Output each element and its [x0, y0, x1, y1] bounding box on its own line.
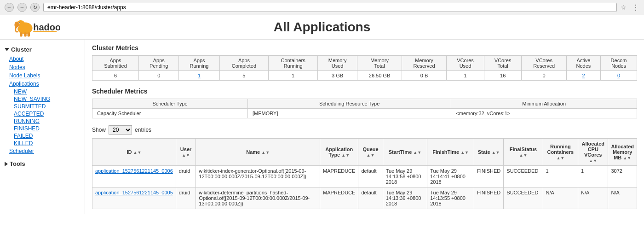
logo-area: hadoop: [9, 16, 60, 39]
val-apps-running[interactable]: 1: [179, 71, 219, 81]
app-queue-1: default: [358, 187, 383, 209]
cluster-label: Cluster: [11, 46, 32, 53]
sidebar-item-killed[interactable]: KILLED: [0, 140, 85, 147]
col-scheduler-type: Scheduler Type: [92, 99, 248, 109]
col-scheduling-resource-type: Scheduling Resource Type: [248, 99, 451, 109]
tools-section: Tools: [0, 158, 85, 170]
app-header: hadoop All Applications: [0, 15, 644, 40]
sidebar-item-accepted[interactable]: ACCEPTED: [0, 110, 85, 117]
sidebar-item-scheduler[interactable]: Scheduler: [0, 147, 85, 155]
table-row: application_1527561221145_0005 druid wik…: [92, 187, 637, 209]
back-button[interactable]: ←: [5, 3, 14, 12]
svg-point-4: [19, 23, 20, 23]
svg-rect-7: [28, 32, 30, 36]
cluster-toggle-icon: [5, 48, 9, 51]
table-row: application_1527561221145_0006 druid wik…: [92, 166, 637, 187]
col-start-time[interactable]: StartTime ▲▼: [383, 139, 427, 166]
app-start-1: Tue May 29 14:13:36 +0800 2018: [383, 187, 427, 209]
app-containers-1: N/A: [543, 187, 578, 209]
val-memory-reserved: 0 B: [402, 71, 446, 81]
tools-label: Tools: [10, 160, 25, 167]
tools-toggle-icon: [5, 162, 8, 166]
col-memory-reserved: MemoryReserved: [402, 56, 446, 71]
scheduler-metrics-table: Scheduler Type Scheduling Resource Type …: [92, 99, 637, 118]
refresh-button[interactable]: ↻: [30, 3, 40, 12]
cluster-metrics-table: AppsSubmitted AppsPending AppsRunning Ap…: [92, 55, 637, 81]
metrics-row: 6 0 1 5 1 3 GB 26.50 GB 0 B 1 16 0 2 0: [92, 71, 637, 81]
sort-finalstatus-icon: ▲▼: [519, 153, 528, 158]
sort-state-icon: ▲▼: [492, 150, 500, 155]
col-apps-completed: AppsCompleted: [219, 56, 269, 71]
col-id[interactable]: ID ▲▼: [92, 139, 176, 166]
sidebar-item-new[interactable]: NEW: [0, 88, 85, 95]
sidebar-item-submitted[interactable]: SUBMITTED: [0, 103, 85, 110]
app-type-1: MAPREDUCE: [320, 187, 358, 209]
val-decom-nodes[interactable]: 0: [601, 71, 637, 81]
app-name-0: wikiticker-index-generator-Optional.of([…: [196, 166, 320, 187]
app-state-1: FINISHED: [474, 187, 503, 209]
sidebar-item-node-labels[interactable]: Node Labels: [0, 71, 85, 80]
main-content: Cluster About Nodes Node Labels Applicat…: [0, 40, 644, 214]
app-id-0[interactable]: application_1527561221145_0006: [92, 166, 176, 187]
val-memory-total: 26.50 GB: [357, 71, 402, 81]
forward-button[interactable]: →: [17, 3, 27, 12]
sidebar-item-about[interactable]: About: [0, 55, 85, 63]
val-apps-pending: 0: [139, 71, 179, 81]
browser-chrome: ← → ↻ ☆ ⋮: [0, 0, 644, 15]
val-scheduling-resource-type: [MEMORY]: [248, 109, 451, 118]
val-containers-running: 1: [269, 71, 318, 81]
col-apps-pending: AppsPending: [139, 56, 179, 71]
entries-select[interactable]: 10 20 50 100: [109, 125, 132, 135]
col-memory-total: MemoryTotal: [357, 56, 402, 71]
app-user-0: druid: [176, 166, 196, 187]
val-memory-used: 3 GB: [318, 71, 357, 81]
sidebar-item-nodes[interactable]: Nodes: [0, 63, 85, 71]
col-user[interactable]: User ▲▼: [176, 139, 196, 166]
val-apps-completed: 5: [219, 71, 269, 81]
sidebar-item-new-saving[interactable]: NEW_SAVING: [0, 95, 85, 103]
app-final-status-0: SUCCEEDED: [504, 166, 543, 187]
col-allocated-memory[interactable]: AllocatedMemoryMB ▲▼: [608, 139, 637, 166]
app-id-1[interactable]: application_1527561221145_0005: [92, 187, 176, 209]
col-decom-nodes: DecomNodes: [601, 56, 637, 71]
col-running-containers[interactable]: RunningContainers ▲▼: [543, 139, 578, 166]
col-finish-time[interactable]: FinishTime ▲▼: [427, 139, 474, 166]
menu-icon[interactable]: ⋮: [632, 3, 639, 12]
cluster-section: Cluster About Nodes Node Labels Applicat…: [0, 44, 85, 155]
col-app-type[interactable]: ApplicationType ▲▼: [320, 139, 358, 166]
col-final-status[interactable]: FinalStatus ▲▼: [504, 139, 543, 166]
svg-text:hadoop: hadoop: [33, 22, 60, 32]
sort-user-icon: ▲▼: [182, 153, 190, 158]
col-minimum-allocation: Minimum Allocation: [451, 99, 637, 109]
val-scheduler-type: Capacity Scheduler: [92, 109, 248, 118]
app-memory-0: 3072: [608, 166, 637, 187]
sort-memory-icon: ▲▼: [623, 156, 631, 160]
tools-header[interactable]: Tools: [0, 158, 85, 170]
sidebar-item-failed[interactable]: FAILED: [0, 132, 85, 140]
col-apps-running: AppsRunning: [179, 56, 219, 71]
val-minimum-allocation: <memory:32, vCores:1>: [451, 109, 637, 118]
sidebar-item-applications[interactable]: Applications: [0, 80, 85, 88]
cluster-metrics-title: Cluster Metrics: [92, 44, 637, 52]
address-bar[interactable]: [43, 3, 617, 12]
val-active-nodes[interactable]: 2: [566, 71, 600, 81]
app-containers-0: 1: [543, 166, 578, 187]
col-allocated-cpu[interactable]: AllocatedCPUVCores ▲▼: [578, 139, 608, 166]
sort-cpu-icon: ▲▼: [589, 158, 597, 163]
col-queue[interactable]: Queue ▲▼: [358, 139, 383, 166]
cluster-header[interactable]: Cluster: [0, 44, 85, 55]
col-state[interactable]: State ▲▼: [474, 139, 503, 166]
sidebar-item-finished[interactable]: FINISHED: [0, 125, 85, 132]
show-entries-bar: Show 10 20 50 100 entries: [92, 125, 637, 135]
svg-rect-6: [24, 32, 26, 36]
applications-table: ID ▲▼ User ▲▼ Name ▲▼ ApplicationType ▲▼…: [92, 138, 637, 209]
sort-containers-icon: ▲▼: [556, 156, 564, 160]
scheduler-row: Capacity Scheduler [MEMORY] <memory:32, …: [92, 109, 637, 118]
sidebar-item-running[interactable]: RUNNING: [0, 117, 85, 125]
bookmark-icon[interactable]: ☆: [621, 4, 627, 11]
col-name[interactable]: Name ▲▼: [196, 139, 320, 166]
app-memory-1: N/A: [608, 187, 637, 209]
sort-name-icon: ▲▼: [261, 150, 270, 155]
hadoop-logo: hadoop: [9, 16, 60, 39]
show-label: Show: [92, 127, 106, 133]
